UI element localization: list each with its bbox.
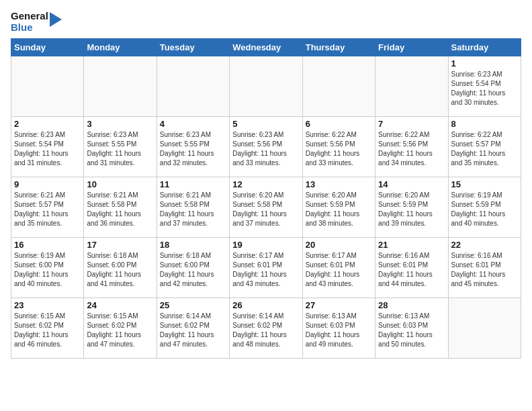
day-info: Sunrise: 6:23 AM Sunset: 5:55 PM Dayligh… — [87, 130, 153, 168]
calendar-cell — [448, 298, 521, 359]
weekday-header-tuesday: Tuesday — [157, 39, 229, 56]
day-number: 19 — [232, 240, 299, 250]
day-number: 17 — [87, 240, 153, 250]
day-info: Sunrise: 6:16 AM Sunset: 6:01 PM Dayligh… — [451, 251, 518, 289]
calendar-cell: 8Sunrise: 6:22 AM Sunset: 5:57 PM Daylig… — [448, 117, 521, 177]
calendar-cell — [157, 56, 229, 117]
calendar-cell: 22Sunrise: 6:16 AM Sunset: 6:01 PM Dayli… — [448, 238, 521, 298]
day-number: 5 — [232, 119, 299, 129]
day-info: Sunrise: 6:15 AM Sunset: 6:02 PM Dayligh… — [87, 312, 153, 349]
day-number: 27 — [306, 300, 372, 310]
day-number: 12 — [232, 179, 299, 189]
weekday-header-friday: Friday — [375, 39, 448, 56]
logo-general: General — [11, 10, 48, 21]
day-number: 15 — [451, 179, 518, 189]
day-info: Sunrise: 6:17 AM Sunset: 6:01 PM Dayligh… — [232, 251, 299, 289]
logo-text: General Blue — [11, 11, 62, 33]
day-info: Sunrise: 6:17 AM Sunset: 6:01 PM Dayligh… — [306, 251, 372, 289]
day-number: 8 — [451, 119, 518, 129]
day-number: 13 — [306, 179, 372, 189]
week-row-5: 23Sunrise: 6:15 AM Sunset: 6:02 PM Dayli… — [11, 298, 521, 359]
week-row-4: 16Sunrise: 6:19 AM Sunset: 6:00 PM Dayli… — [11, 238, 521, 298]
day-info: Sunrise: 6:18 AM Sunset: 6:00 PM Dayligh… — [160, 251, 226, 289]
calendar-cell: 1Sunrise: 6:23 AM Sunset: 5:54 PM Daylig… — [448, 56, 521, 117]
calendar-cell: 23Sunrise: 6:15 AM Sunset: 6:02 PM Dayli… — [11, 298, 84, 359]
day-number: 3 — [87, 119, 153, 129]
day-info: Sunrise: 6:23 AM Sunset: 5:54 PM Dayligh… — [451, 70, 518, 107]
day-number: 24 — [87, 300, 153, 310]
day-info: Sunrise: 6:19 AM Sunset: 6:00 PM Dayligh… — [14, 251, 81, 289]
day-info: Sunrise: 6:20 AM Sunset: 5:59 PM Dayligh… — [378, 191, 445, 228]
calendar-cell: 24Sunrise: 6:15 AM Sunset: 6:02 PM Dayli… — [84, 298, 157, 359]
day-number: 6 — [306, 119, 372, 129]
day-number: 10 — [87, 179, 153, 189]
calendar-cell: 19Sunrise: 6:17 AM Sunset: 6:01 PM Dayli… — [230, 238, 302, 298]
day-info: Sunrise: 6:23 AM Sunset: 5:55 PM Dayligh… — [160, 130, 226, 168]
day-info: Sunrise: 6:18 AM Sunset: 6:00 PM Dayligh… — [87, 251, 153, 289]
day-number: 25 — [160, 300, 226, 310]
weekday-header-saturday: Saturday — [448, 39, 521, 56]
calendar-cell: 3Sunrise: 6:23 AM Sunset: 5:55 PM Daylig… — [84, 117, 157, 177]
header: General Blue — [11, 11, 521, 33]
calendar-cell: 9Sunrise: 6:21 AM Sunset: 5:57 PM Daylig… — [11, 177, 84, 238]
week-row-3: 9Sunrise: 6:21 AM Sunset: 5:57 PM Daylig… — [11, 177, 521, 238]
day-number: 16 — [14, 240, 81, 250]
calendar-cell: 21Sunrise: 6:16 AM Sunset: 6:01 PM Dayli… — [375, 238, 448, 298]
calendar-cell: 2Sunrise: 6:23 AM Sunset: 5:54 PM Daylig… — [11, 117, 84, 177]
day-number: 20 — [306, 240, 372, 250]
day-number: 11 — [160, 179, 226, 189]
day-info: Sunrise: 6:20 AM Sunset: 5:58 PM Dayligh… — [232, 191, 299, 228]
calendar-cell: 13Sunrise: 6:20 AM Sunset: 5:59 PM Dayli… — [302, 177, 375, 238]
day-number: 4 — [160, 119, 226, 129]
day-info: Sunrise: 6:16 AM Sunset: 6:01 PM Dayligh… — [378, 251, 445, 289]
day-number: 7 — [378, 119, 445, 129]
calendar-cell: 18Sunrise: 6:18 AM Sunset: 6:00 PM Dayli… — [157, 238, 229, 298]
day-number: 2 — [14, 119, 81, 129]
day-info: Sunrise: 6:14 AM Sunset: 6:02 PM Dayligh… — [232, 312, 299, 349]
day-number: 26 — [232, 300, 299, 310]
logo-blue: Blue — [11, 21, 33, 33]
calendar-cell: 16Sunrise: 6:19 AM Sunset: 6:00 PM Dayli… — [11, 238, 84, 298]
day-info: Sunrise: 6:21 AM Sunset: 5:57 PM Dayligh… — [14, 191, 81, 228]
day-info: Sunrise: 6:15 AM Sunset: 6:02 PM Dayligh… — [14, 312, 81, 349]
calendar-table: SundayMondayTuesdayWednesdayThursdayFrid… — [11, 38, 521, 359]
calendar-cell — [375, 56, 448, 117]
day-info: Sunrise: 6:23 AM Sunset: 5:56 PM Dayligh… — [232, 130, 299, 168]
day-info: Sunrise: 6:22 AM Sunset: 5:57 PM Dayligh… — [451, 130, 518, 168]
calendar-cell: 15Sunrise: 6:19 AM Sunset: 5:59 PM Dayli… — [448, 177, 521, 238]
calendar-cell: 11Sunrise: 6:21 AM Sunset: 5:58 PM Dayli… — [157, 177, 229, 238]
calendar-cell: 27Sunrise: 6:13 AM Sunset: 6:03 PM Dayli… — [302, 298, 375, 359]
calendar-cell — [230, 56, 302, 117]
calendar-cell — [302, 56, 375, 117]
day-number: 28 — [378, 300, 445, 310]
weekday-header-sunday: Sunday — [11, 39, 84, 56]
calendar-cell: 12Sunrise: 6:20 AM Sunset: 5:58 PM Dayli… — [230, 177, 302, 238]
calendar-cell: 7Sunrise: 6:22 AM Sunset: 5:56 PM Daylig… — [375, 117, 448, 177]
weekday-header-wednesday: Wednesday — [230, 39, 302, 56]
weekday-header-thursday: Thursday — [302, 39, 375, 56]
calendar-cell: 25Sunrise: 6:14 AM Sunset: 6:02 PM Dayli… — [157, 298, 229, 359]
day-info: Sunrise: 6:13 AM Sunset: 6:03 PM Dayligh… — [378, 312, 445, 349]
day-number: 14 — [378, 179, 445, 189]
calendar-cell: 17Sunrise: 6:18 AM Sunset: 6:00 PM Dayli… — [84, 238, 157, 298]
calendar-cell — [84, 56, 157, 117]
calendar-cell: 14Sunrise: 6:20 AM Sunset: 5:59 PM Dayli… — [375, 177, 448, 238]
calendar-cell: 26Sunrise: 6:14 AM Sunset: 6:02 PM Dayli… — [230, 298, 302, 359]
week-row-1: 1Sunrise: 6:23 AM Sunset: 5:54 PM Daylig… — [11, 56, 521, 117]
day-info: Sunrise: 6:23 AM Sunset: 5:54 PM Dayligh… — [14, 130, 81, 168]
week-row-2: 2Sunrise: 6:23 AM Sunset: 5:54 PM Daylig… — [11, 117, 521, 177]
calendar-cell: 28Sunrise: 6:13 AM Sunset: 6:03 PM Dayli… — [375, 298, 448, 359]
day-info: Sunrise: 6:14 AM Sunset: 6:02 PM Dayligh… — [160, 312, 226, 349]
day-number: 23 — [14, 300, 81, 310]
calendar-cell: 20Sunrise: 6:17 AM Sunset: 6:01 PM Dayli… — [302, 238, 375, 298]
day-number: 18 — [160, 240, 226, 250]
calendar-cell — [11, 56, 84, 117]
logo-arrow-icon — [50, 12, 62, 27]
logo: General Blue — [11, 11, 62, 33]
day-info: Sunrise: 6:22 AM Sunset: 5:56 PM Dayligh… — [378, 130, 445, 168]
day-info: Sunrise: 6:22 AM Sunset: 5:56 PM Dayligh… — [306, 130, 372, 168]
calendar-cell: 6Sunrise: 6:22 AM Sunset: 5:56 PM Daylig… — [302, 117, 375, 177]
calendar-cell: 5Sunrise: 6:23 AM Sunset: 5:56 PM Daylig… — [230, 117, 302, 177]
calendar-cell: 10Sunrise: 6:21 AM Sunset: 5:58 PM Dayli… — [84, 177, 157, 238]
day-number: 21 — [378, 240, 445, 250]
